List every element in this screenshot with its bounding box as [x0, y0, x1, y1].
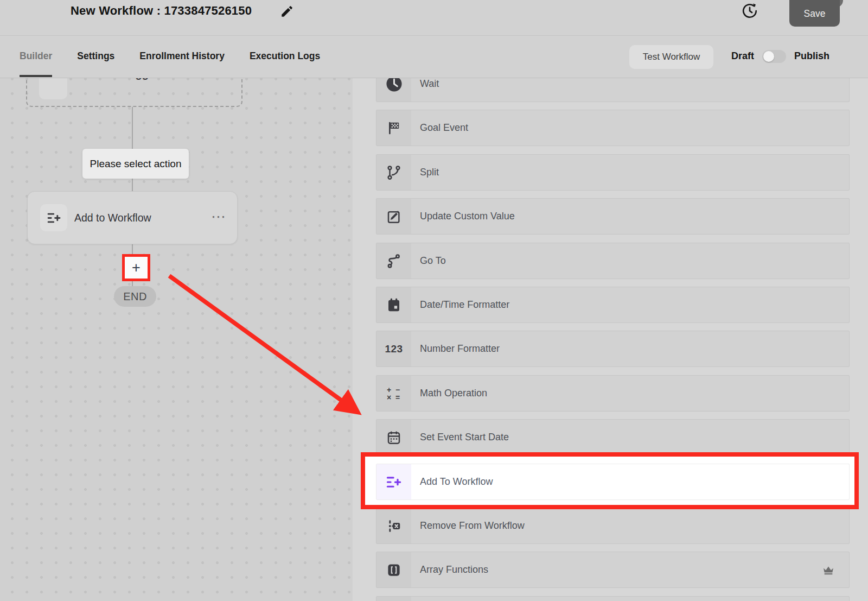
add-new-trigger-box[interactable]: Add New Trigger [26, 78, 242, 107]
select-action-tooltip: Please select action [82, 149, 189, 179]
header: New Workflow : 1733847526150 Save [0, 0, 868, 36]
action-item-set-event-start-date[interactable]: Set Event Start Date [376, 419, 850, 456]
action-item-label: Wait [411, 78, 439, 102]
tab-bar: BuilderSettingsEnrollment HistoryExecuti… [0, 35, 868, 78]
action-item-label: Update Custom Value [411, 199, 515, 234]
add-to-workflow-icon [376, 464, 411, 499]
tab-execution-logs[interactable]: Execution Logs [250, 35, 320, 77]
add-action-plus-button[interactable]: + [122, 254, 150, 281]
add-to-workflow-icon [47, 211, 61, 225]
action-item-label: Go To [411, 243, 446, 279]
action-item-label: Math Operation [411, 376, 487, 411]
math-operation-icon: + −× = [376, 376, 411, 411]
premium-crown-icon [821, 552, 836, 587]
wait-icon [376, 78, 411, 102]
action-item-update-custom-value[interactable]: Update Custom Value [376, 198, 850, 235]
update-custom-value-icon [376, 199, 411, 234]
edit-title-pencil-icon[interactable] [280, 4, 294, 18]
workflow-builder-app: New Workflow : 1733847526150 Save Builde… [0, 0, 868, 601]
test-workflow-button[interactable]: Test Workflow [629, 45, 713, 69]
action-item-label: Set Event Start Date [411, 420, 509, 455]
workflow-canvas: Add New Trigger Please select action Add… [0, 78, 353, 601]
toggle-knob [763, 51, 774, 62]
action-item-split[interactable]: Split [376, 154, 850, 191]
action-item-partial[interactable] [376, 596, 850, 601]
publish-label: Publish [794, 50, 829, 62]
action-item-add-to-workflow[interactable]: Add To Workflow [376, 464, 850, 500]
end-badge: END [114, 286, 156, 307]
action-item-array-functions[interactable]: Array Functions [376, 552, 850, 588]
action-item-math-operation[interactable]: + −× = Math Operation [376, 375, 850, 412]
action-item-label: Date/Time Formatter [411, 287, 509, 322]
goal-event-icon [376, 110, 411, 145]
go-to-icon [376, 243, 411, 279]
add-to-workflow-node[interactable]: Add to Workflow ⋯ [27, 191, 238, 244]
page-title: New Workflow : 1733847526150 [71, 4, 252, 18]
action-item-label: Remove From Workflow [411, 508, 525, 543]
node-label: Add to Workflow [74, 192, 151, 244]
remove-from-workflow-icon [376, 508, 411, 543]
action-item-date-time-formatter[interactable]: Date/Time Formatter [376, 287, 850, 323]
action-item-label: Split [411, 155, 439, 190]
action-item-label: Goal Event [411, 110, 468, 145]
array-functions-icon [376, 552, 411, 587]
node-icon-box [40, 204, 67, 231]
tab-settings[interactable]: Settings [77, 35, 114, 77]
node-menu-dots-icon[interactable]: ⋯ [211, 192, 226, 242]
version-history-icon[interactable] [741, 2, 758, 20]
tab-enrollment-history[interactable]: Enrollment History [139, 35, 225, 77]
action-item-go-to[interactable]: Go To [376, 243, 850, 279]
trigger-icon-placeholder [39, 78, 67, 99]
datetime-formatter-icon [376, 287, 411, 322]
publish-controls: Draft Publish [731, 35, 829, 77]
draft-label: Draft [731, 50, 754, 62]
number-formatter-icon: 123 [376, 331, 411, 366]
action-item-wait[interactable]: Wait [376, 78, 850, 102]
save-button[interactable]: Save [789, 0, 840, 27]
action-item-remove-from-workflow[interactable]: Remove From Workflow [376, 508, 850, 544]
split-icon [376, 155, 411, 190]
publish-toggle[interactable] [762, 50, 786, 63]
action-item-label: Array Functions [411, 552, 488, 587]
tabs: BuilderSettingsEnrollment HistoryExecuti… [20, 35, 320, 77]
action-item-goal-event[interactable]: Goal Event [376, 110, 850, 146]
action-item-number-formatter[interactable]: 123 Number Formatter [376, 331, 850, 367]
action-item-label: Number Formatter [411, 331, 500, 366]
action-item-label: Add To Workflow [411, 464, 493, 499]
action-picker-panel: Wait Goal Event Split Update Custom Valu… [353, 78, 868, 601]
tab-builder[interactable]: Builder [20, 35, 52, 77]
set-event-start-date-icon [376, 420, 411, 455]
